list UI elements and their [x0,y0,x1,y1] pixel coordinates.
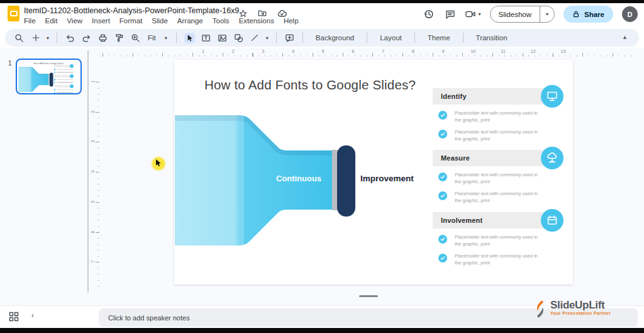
menu-view[interactable]: View [67,17,82,25]
slide-canvas[interactable]: How to Add Fonts to Google Slides? Conti… [174,60,573,285]
slideuplift-logo-icon [533,300,547,319]
ruler-number: 2 [232,49,235,54]
collapse-filmstrip-icon[interactable]: ‹ [31,311,34,320]
ruler-number: 8 [412,49,414,54]
google-slides-logo[interactable] [8,6,19,21]
section-heading: Measure [441,154,470,162]
print-icon[interactable] [97,33,108,43]
slide-number: 1 [8,60,12,67]
ruler-number: 9 [442,49,445,54]
menu-extensions[interactable]: Extensions [239,17,274,25]
share-button[interactable]: Share [564,6,613,23]
section-header: Measure [433,150,548,166]
ruler-number: 7 [91,261,95,263]
ruler-number: 1 [91,81,95,83]
ruler-number: 6 [352,49,355,54]
text-box-tool[interactable] [201,33,211,43]
toolbar-divider [303,33,303,43]
menu-slide[interactable]: Slide [152,17,168,25]
toolbar: ▾ Fit▾ ▾ Background Layout Theme Transit… [5,29,639,47]
toolbar-divider [367,33,367,43]
letterbox-bottom [0,328,644,333]
version-history-icon[interactable] [423,8,435,21]
transition-button[interactable]: Transition [471,34,513,42]
insert-line-tool[interactable] [250,33,260,43]
bullet-item: Placeholder text with commonly used inth… [433,171,553,185]
grid-view-icon[interactable] [9,312,19,324]
meet-camera-button[interactable]: ▾ [465,9,481,19]
menu-insert[interactable]: Insert [92,17,110,25]
menu-format[interactable]: Format [119,17,142,25]
hide-menus-button[interactable]: ▲ [622,34,628,40]
undo-button[interactable] [65,33,75,43]
bottle-cap [337,145,355,217]
watermark-tagline: Your Presentation Partner [550,311,611,315]
slideshow-split-button: Slideshow ▾ [490,6,555,23]
redo-button[interactable] [81,33,92,43]
toolbar-divider [414,33,415,43]
watermark-brand: SlideUpLift [550,300,611,310]
cloud-icon [541,147,564,169]
ruler-number: 3 [262,49,264,54]
fit-label: Fit [148,34,156,42]
bullet-text: the graphic, print [455,198,490,203]
vertical-ruler: 1234567 [92,55,99,291]
ruler-number: 12 [531,49,536,54]
line-dropdown[interactable]: ▾ [266,35,269,41]
bullet-text: the graphic, print [455,136,490,142]
theme-button[interactable]: Theme [423,34,455,42]
comments-icon[interactable] [444,8,457,21]
slideshow-dropdown[interactable]: ▾ [540,6,554,22]
insert-image-tool[interactable] [217,33,228,43]
section-identify[interactable]: Identify Placeholder text with commonly … [433,88,553,142]
bottleneck-funnel-shape[interactable] [174,114,357,248]
menu-arrange[interactable]: Arrange [177,17,203,25]
search-menus-icon[interactable] [14,33,25,43]
document-title[interactable]: ItemID-11202-Bottleneck-Analysis-PowerPo… [24,6,239,15]
bullet-text: the graphic, print [455,117,490,123]
top-bar: ItemID-11202-Bottleneck-Analysis-PowerPo… [0,3,644,29]
section-measure[interactable]: Measure Placeholder text with commonly u… [433,150,553,204]
bullet-text: Placeholder text with commonly used in [455,129,538,135]
chevron-down-icon: ▾ [165,35,167,41]
zoom-icon[interactable] [130,33,141,43]
bullet-text: Placeholder text with commonly used in [455,172,538,178]
insert-comment-tool[interactable] [284,33,295,43]
menu-help[interactable]: Help [284,17,299,25]
menu-tools[interactable]: Tools [213,17,230,25]
funnel-inner-label[interactable]: Continuous [269,174,329,183]
ruler-number: 5 [91,200,95,203]
new-slide-button[interactable] [30,33,41,43]
app-window: ItemID-11202-Bottleneck-Analysis-PowerPo… [0,0,644,333]
layout-button[interactable]: Layout [375,34,407,42]
insert-shape-tool[interactable] [233,33,244,43]
section-involvement[interactable]: Involvement Placeholder text with common… [433,212,553,266]
slide-title[interactable]: How to Add Fonts to Google Slides? [184,77,436,93]
menu-edit[interactable]: Edit [45,17,58,25]
ruler-number: 1 [202,49,204,54]
section-heading: Identify [441,93,467,100]
account-avatar[interactable]: D [622,6,638,22]
toolbar-divider [276,33,277,43]
check-icon [438,254,447,262]
cursor-arrow-icon [155,159,162,167]
funnel-outer-label[interactable]: Improvement [360,174,430,183]
filmstrip-scrollbar[interactable] [87,50,89,293]
background-button[interactable]: Background [311,34,359,42]
paint-format-icon[interactable] [114,33,125,43]
bullet-text: the graphic, print [455,241,490,247]
menu-file[interactable]: File [24,17,36,25]
slideuplift-watermark: SlideUpLift Your Presentation Partner [533,300,611,319]
bullet-item: Placeholder text with commonly used inth… [433,128,553,142]
new-slide-dropdown[interactable]: ▾ [47,35,49,41]
camera-icon [465,9,476,19]
zoom-fit-select[interactable]: Fit▾ [147,34,169,42]
toolbar-divider [463,33,464,43]
slideshow-button[interactable]: Slideshow [491,11,540,18]
bullet-text: Placeholder text with commonly used in [455,110,538,116]
slide-thumbnail[interactable]: How to Add Fonts to Google Slides? [16,59,82,94]
bullet-item: Placeholder text with commonly used inth… [433,190,553,204]
select-tool[interactable] [184,33,195,43]
ruler-number: 4 [292,49,294,54]
notes-resize-handle[interactable] [359,295,378,297]
